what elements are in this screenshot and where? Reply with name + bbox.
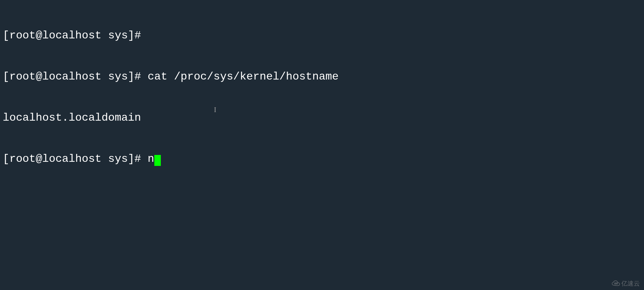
prompt: [root@localhost sys]# — [3, 70, 147, 83]
text-cursor-icon: I — [214, 106, 216, 114]
prompt: [root@localhost sys]# — [3, 153, 147, 165]
terminal-line: [root@localhost sys]# n — [3, 152, 641, 166]
svg-point-0 — [615, 283, 616, 284]
watermark: 亿速云 — [612, 280, 640, 288]
terminal-cursor — [154, 155, 161, 166]
terminal-line: localhost.localdomain — [3, 111, 641, 125]
terminal-line: [root@localhost sys]# — [3, 29, 641, 43]
cloud-icon — [612, 280, 620, 287]
command: cat /proc/sys/kernel/hostname — [147, 70, 338, 83]
watermark-text: 亿速云 — [621, 280, 640, 288]
command: n — [147, 153, 154, 165]
prompt: [root@localhost sys]# — [3, 29, 147, 42]
terminal-line: [root@localhost sys]# cat /proc/sys/kern… — [3, 70, 641, 84]
terminal-output[interactable]: [root@localhost sys]# [root@localhost sy… — [3, 1, 641, 180]
svg-point-1 — [616, 283, 618, 284]
output: localhost.localdomain — [3, 111, 141, 124]
